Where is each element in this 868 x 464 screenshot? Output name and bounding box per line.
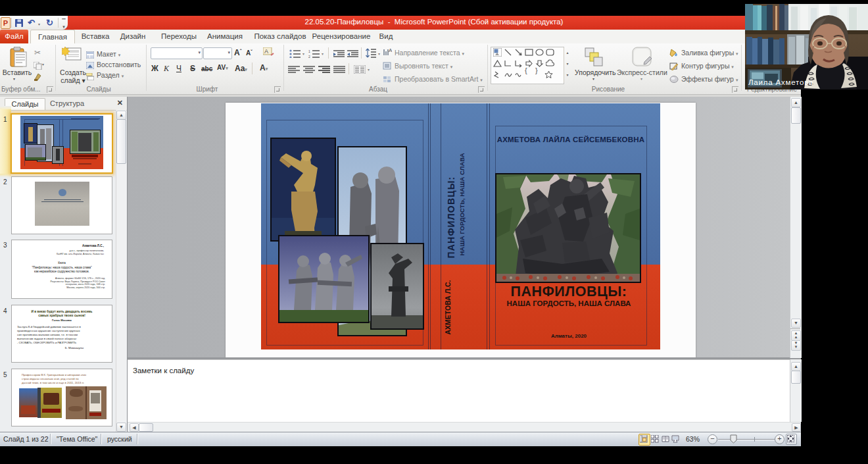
svg-text:1: 1 (308, 49, 310, 53)
svg-text:А: А (389, 47, 392, 53)
svg-text:2: 2 (308, 55, 310, 58)
svg-text:Лаила Ахметова: Лаила Ахметова (748, 78, 813, 86)
svg-text:A: A (264, 48, 268, 55)
